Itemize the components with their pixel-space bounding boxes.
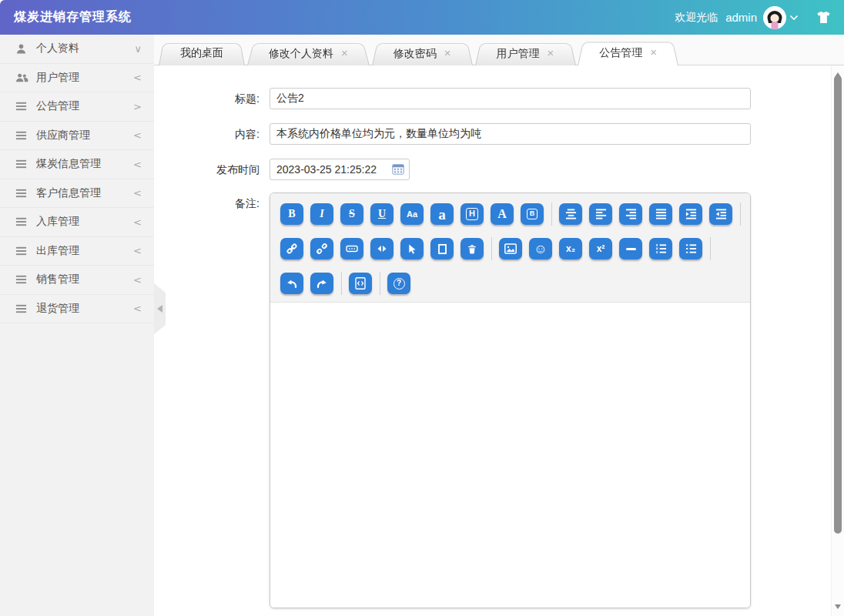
justify-button[interactable]: [649, 203, 672, 225]
chevron-left-icon: <: [133, 129, 142, 141]
underline-icon: U: [378, 209, 386, 219]
heading-button[interactable]: H: [461, 203, 484, 225]
align-center-icon: [565, 209, 577, 219]
sidebar-item-5[interactable]: 客户信息管理<: [0, 179, 154, 209]
sidebar-item-6[interactable]: 入库管理<: [0, 208, 154, 237]
toolbar-separator: [491, 237, 492, 260]
menu-icon: [15, 189, 28, 198]
bold-button[interactable]: B: [280, 203, 303, 225]
scrollbar-thumb[interactable]: [834, 75, 842, 534]
subscript-button[interactable]: x₂: [559, 238, 582, 259]
tab-0[interactable]: 我的桌面: [159, 41, 245, 65]
close-icon[interactable]: ×: [548, 46, 554, 59]
undo-icon: [286, 278, 298, 290]
sidebar-item-3[interactable]: 供应商管理<: [0, 122, 154, 151]
publish-time-row: 发布时间: [154, 159, 410, 180]
sidebar-item-7[interactable]: 出库管理<: [0, 237, 154, 266]
image-button[interactable]: [499, 238, 522, 259]
cursor-icon: [407, 243, 418, 255]
align-left-button[interactable]: [589, 203, 612, 225]
username-text: admin: [725, 11, 757, 24]
indent-button[interactable]: [679, 203, 702, 225]
font-family-button[interactable]: a: [430, 203, 454, 225]
unordered-list-button[interactable]: [679, 238, 702, 259]
outdent-icon: [715, 209, 727, 219]
sidebar-item-label: 公告管理: [36, 99, 133, 113]
avatar[interactable]: [763, 6, 786, 29]
tab-label: 公告管理: [599, 46, 642, 59]
italic-button[interactable]: I: [310, 203, 333, 225]
tab-2[interactable]: 修改密码×: [372, 41, 473, 65]
editor-toolbar: BISUAaaHAB☺x₂x²?: [270, 193, 750, 303]
tab-1[interactable]: 修改个人资料×: [247, 41, 370, 65]
bold-icon: B: [288, 209, 295, 219]
cursor-button[interactable]: [400, 238, 424, 259]
bg-color-button[interactable]: B: [521, 203, 544, 225]
outdent-button[interactable]: [709, 203, 732, 225]
tab-4[interactable]: 公告管理×: [578, 39, 678, 65]
italic-icon: I: [320, 209, 323, 219]
help-button[interactable]: ?: [387, 273, 410, 294]
redo-button[interactable]: [310, 273, 333, 294]
sidebar-item-8[interactable]: 销售管理<: [0, 266, 154, 295]
sidebar-item-9[interactable]: 退货管理<: [0, 295, 154, 324]
align-right-button[interactable]: [619, 203, 642, 225]
sidebar-item-label: 供应商管理: [36, 129, 133, 142]
close-icon[interactable]: ×: [341, 46, 348, 59]
app-header: 煤炭进销存管理系统 欢迎光临 admin: [0, 0, 844, 35]
ordered-list-icon: [655, 243, 667, 254]
tab-label: 修改密码: [394, 47, 437, 59]
unlink-button[interactable]: [310, 238, 333, 259]
kbd-icon: [346, 243, 358, 255]
title-input[interactable]: [270, 88, 751, 109]
content-input[interactable]: [270, 123, 751, 145]
code-view-button[interactable]: [349, 273, 372, 294]
heading-icon: H: [466, 208, 478, 220]
link-button[interactable]: [280, 238, 303, 259]
chevron-down-icon[interactable]: [789, 15, 799, 21]
sidebar-item-label: 出库管理: [36, 244, 133, 258]
chevron-left-icon: <: [133, 159, 142, 170]
theme-tshirt-icon[interactable]: [816, 10, 832, 25]
code-button[interactable]: [370, 238, 394, 259]
bg-color-icon: B: [527, 209, 538, 219]
sidebar-item-label: 退货管理: [36, 302, 133, 316]
toolbar-separator: [341, 272, 342, 295]
justify-icon: [655, 209, 667, 219]
publish-time-label: 发布时间: [154, 159, 270, 180]
align-center-button[interactable]: [559, 203, 582, 225]
undo-button[interactable]: [280, 273, 303, 294]
sidebar-item-0[interactable]: 个人资料∨: [0, 35, 154, 64]
sidebar-item-1[interactable]: 用户管理<: [0, 64, 154, 93]
frame-button[interactable]: [430, 238, 454, 259]
kbd-button[interactable]: [340, 238, 363, 259]
align-right-icon: [625, 209, 637, 219]
sidebar-item-label: 用户管理: [36, 71, 133, 85]
close-icon[interactable]: ×: [650, 45, 657, 59]
scroll-down-arrow-icon[interactable]: [835, 604, 841, 612]
editor-content-area[interactable]: [270, 303, 750, 608]
trash-button[interactable]: [461, 238, 484, 259]
publish-time-input[interactable]: [270, 159, 410, 180]
toolbar-separator: [380, 272, 380, 295]
sidebar-item-2[interactable]: 公告管理>: [0, 92, 154, 122]
subscript-icon: x₂: [566, 244, 575, 253]
font-size-button[interactable]: Aa: [400, 203, 424, 225]
calendar-icon[interactable]: [392, 163, 404, 178]
hr-button[interactable]: [619, 238, 642, 259]
superscript-button[interactable]: x²: [589, 238, 612, 259]
chevron-left-icon: <: [133, 274, 142, 286]
ordered-list-button[interactable]: [649, 238, 672, 259]
sidebar-item-4[interactable]: 煤炭信息管理<: [0, 150, 154, 179]
strike-button[interactable]: S: [340, 203, 363, 225]
close-icon[interactable]: ×: [444, 46, 451, 59]
sidebar-menu: 个人资料∨用户管理<公告管理>供应商管理<煤炭信息管理<客户信息管理<入库管理<…: [0, 35, 154, 616]
menu-icon: [15, 131, 28, 140]
emoji-button[interactable]: ☺: [529, 238, 552, 259]
underline-button[interactable]: U: [370, 203, 394, 225]
font-color-button[interactable]: A: [491, 203, 514, 225]
link-icon: [286, 243, 298, 255]
sidebar-item-label: 入库管理: [36, 215, 133, 229]
tab-3[interactable]: 用户管理×: [475, 41, 576, 65]
chevron-left-icon: [153, 305, 162, 313]
